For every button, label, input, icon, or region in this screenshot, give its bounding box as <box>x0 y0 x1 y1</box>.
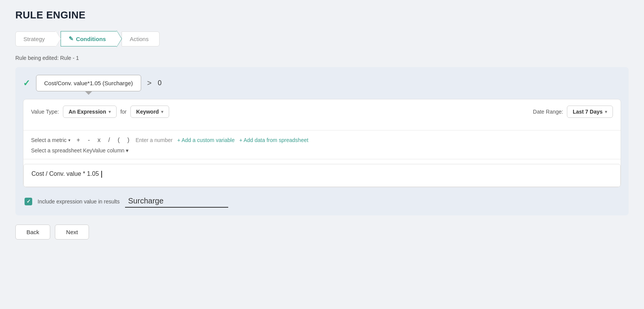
add-custom-variable[interactable]: + Add a custom variable <box>177 137 235 143</box>
next-button[interactable]: Next <box>55 225 89 240</box>
stepper-conditions[interactable]: ✎ Conditions <box>61 31 117 46</box>
conditions-label: Conditions <box>76 36 106 42</box>
condition-badge[interactable]: Cost/Conv. value*1.05 (Surcharge) <box>36 75 141 91</box>
expression-display: Cost / Conv. value * 1.05 <box>23 164 621 187</box>
stepper: Strategy ✎ Conditions Actions <box>15 30 629 47</box>
stepper-arrow-2 <box>117 30 122 47</box>
strategy-label: Strategy <box>23 36 45 42</box>
bottom-buttons: Back Next <box>15 225 629 240</box>
spreadsheet-row[interactable]: Select a spreadsheet KeyValue column ▾ <box>31 147 613 154</box>
operator-divide[interactable]: / <box>107 136 111 144</box>
main-card: ✓ Cost/Conv. value*1.05 (Surcharge) > 0 … <box>15 67 629 215</box>
add-spreadsheet-data[interactable]: + Add data from spreadsheet <box>239 137 308 143</box>
expression-header: Value Type: An Expression ▾ for Keyword … <box>23 99 621 131</box>
checkmark-icon: ✓ <box>26 198 31 204</box>
back-button[interactable]: Back <box>15 225 50 240</box>
cursor <box>101 171 102 178</box>
for-label: for <box>120 109 127 115</box>
value-type-value: An Expression <box>69 109 106 115</box>
spreadsheet-column-label: Select a spreadsheet KeyValue column <box>31 147 124 154</box>
expression-header-row: Value Type: An Expression ▾ for Keyword … <box>31 106 613 118</box>
stepper-arrow-1 <box>56 30 61 47</box>
surcharge-input[interactable] <box>125 195 228 208</box>
metric-chevron: ▾ <box>68 138 71 143</box>
stepper-actions[interactable]: Actions <box>122 31 160 46</box>
operator-close-paren[interactable]: ) <box>126 136 131 144</box>
operator-multiply[interactable]: x <box>96 136 102 144</box>
page-title: RULE ENGINE <box>15 9 629 21</box>
check-icon: ✓ <box>23 78 30 88</box>
expression-header-left: Value Type: An Expression ▾ for Keyword … <box>31 106 169 118</box>
condition-row: ✓ Cost/Conv. value*1.05 (Surcharge) > 0 <box>23 75 621 91</box>
value-type-dropdown[interactable]: An Expression ▾ <box>63 106 117 118</box>
date-range-chevron: ▾ <box>605 109 607 114</box>
condition-value: 0 <box>158 79 161 87</box>
operator-minus[interactable]: - <box>86 136 91 144</box>
expression-toolbar: Select a metric ▾ + - x / ( ) Enter a nu… <box>23 131 621 159</box>
expression-panel: Value Type: An Expression ▾ for Keyword … <box>23 99 621 187</box>
rule-being-edited: Rule being edited: Rule - 1 <box>15 55 629 61</box>
edit-icon: ✎ <box>69 35 74 42</box>
include-label: Include expression value in results <box>38 198 120 205</box>
operator-open-paren[interactable]: ( <box>116 136 121 144</box>
operator-plus[interactable]: + <box>75 136 82 144</box>
enter-number-placeholder[interactable]: Enter a number <box>135 137 173 143</box>
date-range-value: Last 7 Days <box>573 109 603 115</box>
select-metric-label: Select a metric <box>31 137 67 143</box>
for-value-dropdown[interactable]: Keyword ▾ <box>130 106 169 118</box>
select-metric-dropdown[interactable]: Select a metric ▾ <box>31 137 71 143</box>
actions-label: Actions <box>130 36 148 42</box>
include-section: ✓ Include expression value in results <box>23 195 621 208</box>
spreadsheet-chevron: ▾ <box>126 147 128 154</box>
include-checkbox[interactable]: ✓ <box>25 198 32 205</box>
operator-symbol: > <box>147 79 152 88</box>
stepper-strategy[interactable]: Strategy <box>15 31 56 46</box>
value-type-chevron: ▾ <box>109 109 111 114</box>
date-range-dropdown[interactable]: Last 7 Days ▾ <box>567 106 613 118</box>
for-chevron: ▾ <box>161 109 163 114</box>
page-wrapper: RULE ENGINE Strategy ✎ Conditions Action… <box>0 0 644 309</box>
toolbar-row-1: Select a metric ▾ + - x / ( ) Enter a nu… <box>31 136 613 144</box>
expression-text: Cost / Conv. value * 1.05 <box>31 170 99 177</box>
for-value: Keyword <box>136 109 159 115</box>
date-range-label: Date Range: <box>533 109 563 115</box>
date-range-section: Date Range: Last 7 Days ▾ <box>533 106 613 118</box>
value-type-label: Value Type: <box>31 109 59 115</box>
